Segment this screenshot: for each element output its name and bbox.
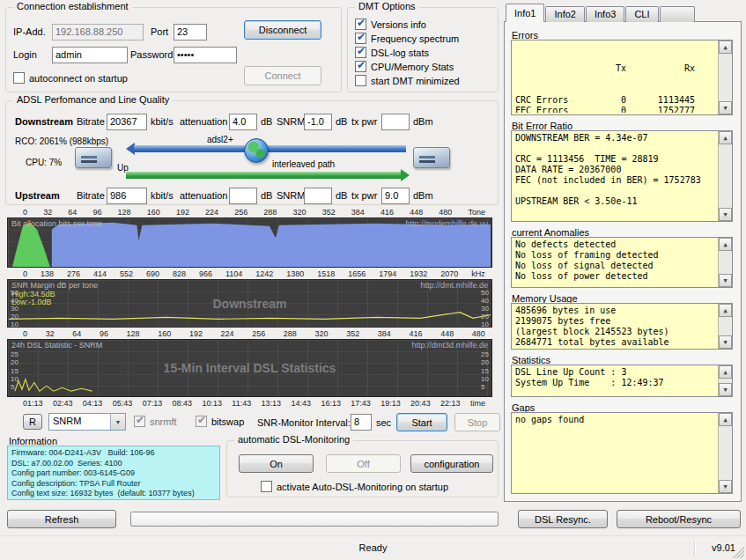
- tab-info2[interactable]: Info2: [545, 6, 584, 22]
- r-button[interactable]: R: [23, 414, 42, 430]
- password-input[interactable]: •••••: [174, 47, 237, 63]
- monitoring-on-button[interactable]: On: [239, 454, 314, 473]
- db-label: dB: [336, 116, 347, 127]
- tick-label: 11:43: [232, 399, 251, 408]
- tab-info1[interactable]: Info1: [506, 4, 544, 22]
- tick-label: 0: [23, 208, 27, 217]
- login-input[interactable]: admin: [52, 47, 128, 63]
- ip-input[interactable]: 192.168.88.250: [52, 24, 144, 41]
- autoconnect-checkbox[interactable]: [13, 72, 25, 84]
- scroll-up-icon[interactable]: ▲: [719, 41, 732, 54]
- ber-content: DOWNSTREAM BER = 4.34e-07 CRC = 1113456 …: [515, 133, 716, 219]
- tab-blank[interactable]: [660, 6, 695, 22]
- auto-monitoring-startup-checkbox[interactable]: [261, 481, 272, 492]
- scroll-up-icon[interactable]: ▲: [719, 304, 732, 317]
- frequency-spectrum-checkbox[interactable]: [355, 33, 366, 44]
- chart-title: 24h DSL Statistic - SNRM: [11, 341, 102, 350]
- tick-label: 04:13: [83, 399, 103, 408]
- tick-label: 966: [199, 269, 212, 278]
- connection-group: Connection establishment IP-Add. 192.168…: [5, 7, 342, 92]
- dbm-label: dBm: [413, 190, 433, 201]
- tab-cli[interactable]: CLI: [625, 6, 658, 22]
- cell: 0: [593, 106, 626, 113]
- connect-button[interactable]: Connect: [244, 66, 321, 85]
- bitswap-checkbox[interactable]: [196, 416, 207, 427]
- scroll-down-icon[interactable]: ▼: [719, 208, 732, 221]
- graph-mode-select[interactable]: SNRM ▼: [48, 413, 126, 431]
- memory-scrollbar[interactable]: ▲ ▼: [718, 304, 732, 349]
- scroll-up-icon[interactable]: ▲: [719, 131, 732, 144]
- gaps-content: no gaps found: [515, 415, 716, 491]
- tick-label: 15: [11, 367, 18, 375]
- downstream-snrm-field[interactable]: -1.0: [304, 114, 332, 130]
- stop-button[interactable]: Stop: [454, 413, 500, 431]
- upstream-attenuation-field[interactable]: [229, 188, 257, 204]
- text-line: No loss of framing detected: [515, 250, 716, 261]
- interval-input[interactable]: 8: [351, 414, 372, 431]
- scroll-down-icon[interactable]: ▼: [719, 335, 732, 349]
- errors-scrollbar[interactable]: ▲ ▼: [718, 41, 732, 114]
- snrmft-checkbox[interactable]: [134, 416, 145, 427]
- snrmft-row: snrmft: [134, 416, 177, 427]
- upstream-txpwr-field[interactable]: 9.0: [381, 188, 410, 204]
- tab-info3[interactable]: Info3: [586, 6, 624, 22]
- upstream-snrm-field[interactable]: [304, 188, 332, 204]
- cpu-text: CPU: 7%: [26, 158, 62, 167]
- txpwr-label: tx pwr: [351, 116, 377, 127]
- tick-label: 25: [481, 350, 489, 358]
- bitrate-label: Bitrate: [77, 190, 105, 201]
- refresh-button[interactable]: Refresh: [7, 510, 116, 528]
- versions-info-checkbox[interactable]: [355, 18, 366, 30]
- tick-label: 20: [481, 313, 489, 321]
- scroll-up-icon[interactable]: ▲: [719, 365, 732, 379]
- upstream-bitrate-field[interactable]: 986: [107, 188, 147, 204]
- cpu-memory-stats-checkbox[interactable]: [355, 61, 366, 72]
- bit-chart-tick-row: 0326496128160192224256288320352384416448…: [7, 208, 492, 217]
- tick-label: 20: [481, 358, 489, 366]
- tick-label: 5: [11, 383, 18, 391]
- statistics-scrollbar[interactable]: ▲ ▼: [718, 365, 732, 396]
- dsl-log-stats-checkbox[interactable]: [355, 47, 366, 58]
- tick-label: 480: [439, 208, 452, 217]
- statusbar-separator: [694, 541, 695, 556]
- tick-label: 1242: [255, 269, 273, 278]
- chevron-down-icon[interactable]: ▼: [110, 414, 125, 430]
- chart-title: Bit allocation bits per tone: [11, 219, 102, 228]
- scroll-up-icon[interactable]: ▲: [719, 413, 732, 426]
- option-row: DSL-log stats: [355, 47, 429, 58]
- ber-box: DOWNSTREAM BER = 4.34e-07 CRC = 1113456 …: [511, 130, 733, 222]
- start-button[interactable]: Start: [396, 413, 447, 431]
- ber-scrollbar[interactable]: ▲ ▼: [718, 131, 732, 221]
- upstream-arrow-icon: [126, 172, 410, 179]
- start-minimized-checkbox[interactable]: [355, 75, 366, 86]
- password-label: Password: [130, 49, 173, 60]
- downstream-watermark: Downstream: [212, 297, 286, 311]
- errors-content: Tx Rx CRC Errors01113445FEC Errors017527…: [515, 42, 716, 113]
- bitswap-row: bitswap: [196, 416, 244, 427]
- tick-label: 320: [293, 208, 307, 217]
- tick-label: 17:43: [351, 399, 371, 408]
- downstream-attenuation-field[interactable]: 4.0: [229, 114, 257, 130]
- dsl-resync-button[interactable]: DSL Resync.: [518, 510, 608, 528]
- tick-label: Tone: [468, 208, 485, 217]
- text-line: DSL Line Up Count : 3: [515, 367, 716, 378]
- scroll-down-icon[interactable]: ▼: [719, 101, 732, 114]
- scroll-down-icon[interactable]: ▼: [719, 480, 732, 493]
- downstream-txpwr-field[interactable]: [381, 114, 410, 130]
- scroll-down-icon[interactable]: ▼: [719, 274, 732, 287]
- reboot-resync-button[interactable]: Reboot/Resync: [617, 510, 741, 528]
- port-input[interactable]: 23: [174, 24, 207, 41]
- monitoring-config-button[interactable]: configuration: [410, 454, 493, 473]
- scroll-down-icon[interactable]: ▼: [719, 383, 732, 396]
- anomalies-scrollbar[interactable]: ▲ ▼: [718, 238, 732, 287]
- disconnect-button[interactable]: Disconnect: [244, 20, 321, 40]
- table-row: FEC Errors01752777: [515, 106, 716, 113]
- resize-grip[interactable]: [733, 547, 744, 558]
- downstream-bitrate-field[interactable]: 20367: [107, 114, 147, 130]
- tick-label: 1380: [286, 269, 304, 278]
- tick-label: 32: [46, 329, 55, 338]
- tab-strip: Info1 Info2 Info3 CLI: [504, 4, 742, 22]
- gaps-scrollbar[interactable]: ▲ ▼: [718, 413, 732, 493]
- scroll-up-icon[interactable]: ▲: [719, 238, 732, 251]
- monitoring-off-button[interactable]: Off: [326, 454, 401, 473]
